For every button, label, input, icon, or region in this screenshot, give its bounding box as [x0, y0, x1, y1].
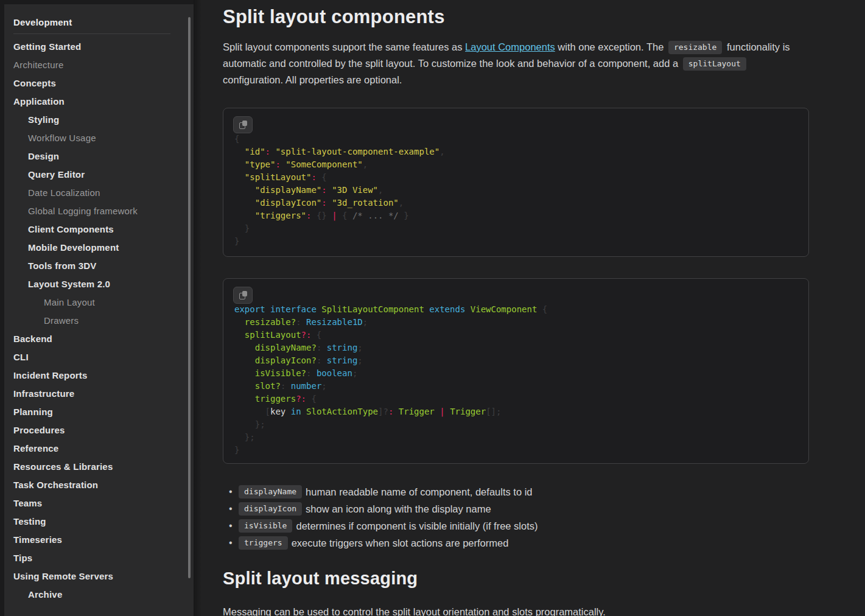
sidebar-item-mobile-development[interactable]: Mobile Development: [0, 239, 186, 257]
code-line: triggers?: {: [234, 393, 802, 405]
sidebar-item-design[interactable]: Design: [0, 147, 186, 166]
sidebar-item-client-components[interactable]: Client Components: [0, 220, 186, 239]
code-content-typescript[interactable]: export interface SplitLayoutComponent ex…: [234, 303, 802, 458]
sidebar-item-layout-system-2-0[interactable]: Layout System 2.0: [0, 275, 186, 293]
sidebar-item-archive[interactable]: Archive: [0, 586, 186, 598]
inline-code-chip: resizable: [668, 41, 722, 54]
code-line: "splitLayout": {: [234, 171, 802, 184]
sidebar-item-task-orchestration[interactable]: Task Orchestration: [0, 476, 186, 494]
code-block-json: { "id": "split-layout-component-example"…: [223, 108, 809, 257]
sidebar-item-date-localization[interactable]: Date Localization: [0, 184, 186, 202]
code-line: displayIcon?: string;: [234, 354, 802, 367]
sidebar-item-styling[interactable]: Styling: [0, 111, 186, 129]
code-line: "type": "SomeComponent",: [234, 158, 802, 171]
code-line: [key in SlotActionType]?: Trigger | Trig…: [234, 405, 802, 418]
property-bullet-list: •displayNamehuman readable name of compo…: [223, 483, 783, 551]
bullet-marker: •: [223, 520, 239, 531]
sidebar-section-title: Development: [13, 17, 186, 27]
code-line: }: [234, 444, 802, 457]
sidebar-item-workflow-usage[interactable]: Workflow Usage: [0, 129, 186, 147]
intro-paragraph: Split layout components support the same…: [223, 39, 802, 88]
sidebar-item-query-editor[interactable]: Query Editor: [0, 166, 186, 184]
property-code-chip: triggers: [239, 536, 288, 550]
code-content-json[interactable]: { "id": "split-layout-component-example"…: [234, 133, 802, 251]
property-code-chip: displayIcon: [239, 502, 302, 516]
sidebar-item-main-layout[interactable]: Main Layout: [0, 293, 186, 312]
property-description: execute triggers when slot actions are p…: [292, 537, 509, 549]
property-code-chip: isVisible: [239, 519, 292, 533]
code-line: displayName?: string;: [234, 341, 802, 354]
sidebar-divider: [13, 33, 170, 34]
property-description: determines if component is visible initi…: [296, 520, 538, 532]
sidebar-item-using-remote-servers[interactable]: Using Remote Servers: [0, 567, 186, 586]
code-line: slot?: number;: [234, 380, 802, 393]
sidebar-nav[interactable]: Development Getting StartedArchitectureC…: [0, 0, 186, 598]
bullet-marker: •: [223, 503, 239, 514]
sidebar-item-getting-started[interactable]: Getting Started: [0, 38, 186, 56]
sidebar-item-timeseries[interactable]: Timeseries: [0, 531, 186, 549]
code-line: "displayName": "3D View",: [234, 184, 802, 197]
property-code-chip: displayName: [239, 485, 302, 499]
code-line: splitLayout?: {: [234, 329, 802, 341]
code-line: "displayIcon": "3d_rotation",: [234, 197, 802, 209]
property-description: human readable name of component, defaul…: [306, 486, 532, 498]
code-line: export interface SplitLayoutComponent ex…: [234, 303, 802, 316]
copy-icon: [239, 291, 247, 299]
sidebar-item-reference[interactable]: Reference: [0, 439, 186, 458]
sidebar-item-global-logging-framework[interactable]: Global Logging framework: [0, 202, 186, 220]
sidebar-item-concepts[interactable]: Concepts: [0, 74, 186, 93]
sidebar-items: Getting StartedArchitectureConceptsAppli…: [0, 38, 186, 598]
sidebar-item-testing[interactable]: Testing: [0, 513, 186, 531]
code-line: };: [234, 418, 802, 431]
intro-text: configuration. All properties are option…: [223, 74, 402, 85]
sidebar-item-planning[interactable]: Planning: [0, 403, 186, 421]
property-description: show an icon along with the display name: [306, 503, 491, 515]
property-bullet: •displayNamehuman readable name of compo…: [223, 483, 783, 500]
sidebar-item-drawers[interactable]: Drawers: [0, 312, 186, 330]
sidebar-scrollbar-thumb[interactable]: [188, 17, 191, 578]
code-line: "id": "split-layout-component-example",: [234, 145, 802, 158]
intro-text: with one exception. The: [555, 41, 667, 52]
code-line: "triggers": {} | { /* ... */ }: [234, 209, 802, 222]
code-line: resizable?: Resizable1D;: [234, 316, 802, 329]
copy-button[interactable]: [233, 116, 253, 133]
code-line: };: [234, 431, 802, 444]
main-content: Split layout components Split layout com…: [194, 0, 865, 616]
bullet-marker: •: [223, 486, 239, 497]
page: Development Getting StartedArchitectureC…: [0, 0, 865, 616]
property-bullet: •isVisibledetermines if component is vis…: [223, 517, 783, 534]
bullet-marker: •: [223, 537, 239, 548]
section-title-messaging: Split layout messaging: [223, 569, 418, 589]
code-block-typescript: export interface SplitLayoutComponent ex…: [223, 278, 809, 464]
copy-button[interactable]: [233, 287, 253, 304]
sidebar: Development Getting StartedArchitectureC…: [0, 0, 194, 616]
sidebar-item-tools-from-3dv[interactable]: Tools from 3DV: [0, 257, 186, 275]
code-line: }: [234, 222, 802, 235]
layout-components-link[interactable]: Layout Components: [465, 41, 555, 52]
sidebar-item-infrastructure[interactable]: Infrastructure: [0, 385, 186, 403]
code-line: }: [234, 235, 802, 248]
sidebar-item-incident-reports[interactable]: Incident Reports: [0, 366, 186, 385]
sidebar-item-teams[interactable]: Teams: [0, 494, 186, 513]
sidebar-item-resources-libraries[interactable]: Resources & Libraries: [0, 458, 186, 476]
sidebar-item-procedures[interactable]: Procedures: [0, 421, 186, 439]
sidebar-item-cli[interactable]: CLI: [0, 348, 186, 366]
inline-code-chip: splitLayout: [683, 57, 746, 71]
sidebar-item-architecture[interactable]: Architecture: [0, 56, 186, 74]
intro-text: Split layout components support the same…: [223, 41, 465, 52]
copy-icon: [239, 121, 247, 129]
sidebar-item-application[interactable]: Application: [0, 93, 186, 111]
sidebar-item-backend[interactable]: Backend: [0, 330, 186, 348]
sidebar-item-tips[interactable]: Tips: [0, 549, 186, 567]
property-bullet: •triggersexecute triggers when slot acti…: [223, 534, 783, 551]
code-line: {: [234, 133, 802, 145]
property-bullet: •displayIconshow an icon along with the …: [223, 500, 783, 517]
messaging-paragraph: Messaging can be used to control the spl…: [223, 604, 802, 616]
code-line: isVisible?: boolean;: [234, 367, 802, 380]
page-title: Split layout components: [223, 6, 445, 28]
